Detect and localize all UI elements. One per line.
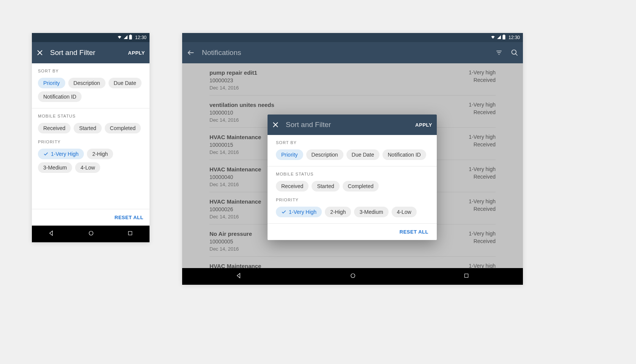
wifi-icon	[117, 35, 122, 41]
reset-row: RESET ALL	[268, 223, 437, 240]
svg-rect-0	[129, 35, 132, 39]
battery-icon	[502, 35, 505, 41]
section-filters: MOBILE STATUS Received Started Completed…	[32, 108, 150, 179]
app-bar-filter: Sort and Filter APPLY	[32, 42, 150, 63]
chip-priority-4[interactable]: 4-Low	[75, 162, 100, 173]
nav-home-icon[interactable]	[349, 272, 356, 281]
dialog-title: Sort and Filter	[286, 121, 415, 129]
mobile-status-label: MOBILE STATUS	[38, 114, 143, 118]
priority-label: PRIORITY	[38, 140, 143, 144]
close-icon[interactable]	[272, 121, 279, 128]
chip-sort-priority[interactable]: Priority	[38, 78, 65, 88]
chip-status-started[interactable]: Started	[312, 181, 339, 191]
chip-status-completed[interactable]: Completed	[343, 181, 379, 191]
apply-button[interactable]: APPLY	[415, 122, 432, 128]
svg-rect-1	[130, 35, 131, 35]
android-navbar	[182, 268, 523, 285]
chip-label: 1-Very High	[51, 151, 79, 157]
chip-priority-2[interactable]: 2-High	[87, 149, 113, 159]
status-bar: 12:30	[32, 33, 150, 42]
wifi-icon	[490, 35, 496, 41]
chip-status-received[interactable]: Received	[38, 123, 71, 133]
dialog-header: Sort and Filter APPLY	[268, 115, 437, 135]
section-sort-by: SORT BY Priority Description Due Date No…	[32, 63, 150, 108]
cell-icon	[496, 35, 502, 41]
svg-point-7	[351, 274, 355, 278]
chip-sort-notification-id[interactable]: Notification ID	[38, 91, 82, 102]
chip-status-completed[interactable]: Completed	[105, 123, 141, 133]
mobile-status-label: MOBILE STATUS	[276, 172, 428, 176]
reset-row: RESET ALL	[32, 209, 150, 226]
android-navbar	[32, 226, 150, 242]
close-icon[interactable]	[36, 49, 43, 56]
check-icon	[281, 209, 287, 215]
chip-priority-4[interactable]: 4-Low	[392, 207, 417, 217]
reset-all-button[interactable]: RESET ALL	[400, 229, 428, 235]
app-bar-notifications: Notifications	[182, 42, 523, 63]
chip-sort-due-date[interactable]: Due Date	[346, 149, 379, 160]
app-bar-title: Sort and Filter	[50, 49, 128, 57]
chip-priority-1[interactable]: 1-Very High	[276, 207, 322, 217]
section-sort-by: SORT BY Priority Description Due Date No…	[268, 135, 437, 166]
filter-body: SORT BY Priority Description Due Date No…	[32, 63, 150, 226]
chip-priority-3[interactable]: 3-Medium	[354, 207, 388, 217]
nav-recents-icon[interactable]	[127, 230, 133, 238]
svg-point-2	[89, 231, 93, 235]
tablet-frame: 12:30 Notifications pump repair edit1100…	[182, 33, 523, 285]
apply-button[interactable]: APPLY	[128, 50, 145, 56]
reset-all-button[interactable]: RESET ALL	[115, 215, 143, 220]
chip-sort-due-date[interactable]: Due Date	[109, 78, 142, 88]
chip-priority-3[interactable]: 3-Medium	[38, 162, 72, 173]
svg-rect-8	[464, 274, 468, 277]
app-bar-title: Notifications	[202, 49, 496, 57]
svg-rect-5	[504, 35, 505, 35]
section-filters: MOBILE STATUS Received Started Completed…	[268, 166, 437, 223]
svg-rect-3	[128, 231, 132, 235]
priority-label: PRIORITY	[276, 198, 428, 202]
search-icon[interactable]	[511, 49, 518, 56]
cell-icon	[123, 35, 128, 41]
chip-status-received[interactable]: Received	[276, 181, 309, 191]
status-time: 12:30	[135, 35, 146, 40]
status-bar: 12:30	[182, 33, 523, 42]
nav-recents-icon[interactable]	[463, 273, 469, 280]
chip-sort-description[interactable]: Description	[68, 78, 105, 88]
chip-status-started[interactable]: Started	[74, 123, 101, 133]
phone-frame: 12:30 Sort and Filter APPLY SORT BY Prio…	[32, 33, 150, 242]
svg-point-6	[512, 50, 516, 55]
sort-by-label: SORT BY	[276, 140, 428, 145]
nav-home-icon[interactable]	[88, 230, 94, 238]
battery-icon	[129, 35, 132, 41]
back-arrow-icon[interactable]	[187, 49, 195, 57]
svg-rect-4	[502, 35, 505, 39]
chip-label: 1-Very High	[289, 209, 316, 215]
status-time: 12:30	[508, 35, 520, 40]
chip-priority-1[interactable]: 1-Very High	[38, 149, 84, 159]
check-icon	[43, 151, 49, 157]
chip-sort-priority[interactable]: Priority	[276, 149, 303, 160]
sort-by-label: SORT BY	[38, 69, 143, 73]
chip-sort-description[interactable]: Description	[306, 149, 343, 160]
chip-priority-2[interactable]: 2-High	[325, 207, 351, 217]
tablet-content: pump repair edit110000023Dec 14, 20161-V…	[182, 63, 523, 268]
filter-icon[interactable]	[496, 49, 502, 56]
chip-sort-notification-id[interactable]: Notification ID	[383, 149, 426, 160]
nav-back-icon[interactable]	[48, 230, 55, 238]
nav-back-icon[interactable]	[236, 272, 242, 281]
sort-filter-dialog: Sort and Filter APPLY SORT BY Priority D…	[268, 115, 437, 240]
